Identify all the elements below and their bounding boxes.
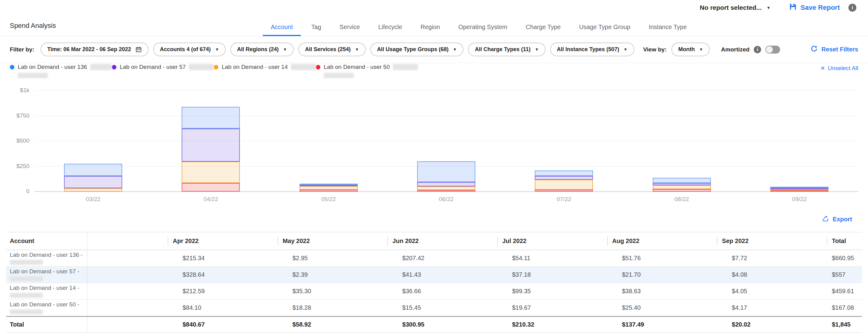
- account-name: Lab on Demand - user 57 -: [10, 268, 87, 275]
- tab-lifecycle[interactable]: Lifecycle: [370, 24, 410, 36]
- value-cell: $4.08: [717, 271, 827, 278]
- bar-segment-lab-on-demand-user-14-03-22[interactable]: [64, 188, 122, 192]
- legend-item-line: Lab on Demand - user 14: [214, 64, 316, 70]
- tab-service[interactable]: Service: [332, 24, 368, 36]
- bar-segment-lab-on-demand-user-14-08-22[interactable]: [653, 185, 711, 189]
- bar-segment-lab-on-demand-user-57-07-22[interactable]: [535, 176, 593, 180]
- value-cell: $15.45: [388, 304, 497, 311]
- table-row[interactable]: Lab on Demand - user 50 -$84.10$18.28$15…: [6, 300, 862, 316]
- table-row[interactable]: Lab on Demand - user 14 -$212.59$35.30$3…: [6, 283, 862, 300]
- unselect-all-label: Unselect All: [828, 65, 858, 72]
- bar-segment-lab-on-demand-user-136-03-22[interactable]: [64, 164, 122, 176]
- column-header-account[interactable]: Account: [6, 232, 87, 250]
- filter-pill-label: All Instance Types (507): [557, 46, 619, 53]
- column-header-may-2022[interactable]: May 2022: [278, 237, 388, 244]
- bar-segment-lab-on-demand-user-136-06-22[interactable]: [417, 161, 475, 182]
- bar-07-22: [535, 170, 593, 192]
- tab-operating-system[interactable]: Operating System: [450, 24, 515, 36]
- legend-dot-icon: [214, 65, 218, 69]
- filter-pill-label: All Charge Types (11): [475, 46, 530, 53]
- bar-segment-lab-on-demand-user-136-08-22[interactable]: [653, 178, 711, 183]
- report-selector-dropdown[interactable]: No report selected... ▼: [700, 4, 771, 11]
- reset-filters-button[interactable]: Reset Filters: [810, 45, 858, 54]
- bar-segment-lab-on-demand-user-14-06-22[interactable]: [417, 187, 475, 190]
- table-row[interactable]: Lab on Demand - user 57 -$328.64$2.39$41…: [6, 267, 862, 283]
- bar-segment-lab-on-demand-user-14-04-22[interactable]: [182, 162, 240, 183]
- bar-segment-lab-on-demand-user-57-06-22[interactable]: [417, 182, 475, 187]
- column-header-jul-2022[interactable]: Jul 2022: [497, 237, 607, 244]
- account-cell: Lab on Demand - user 57 -: [6, 267, 87, 283]
- redacted-text: [18, 73, 48, 78]
- bar-segment-lab-on-demand-user-136-04-22[interactable]: [182, 107, 240, 129]
- table-row[interactable]: Lab on Demand - user 136 -$215.34$2.95$2…: [6, 250, 862, 267]
- refresh-icon: [810, 45, 818, 54]
- export-label: Export: [833, 216, 852, 223]
- legend-item-lab-on-demand-user-50[interactable]: Lab on Demand - user 50: [316, 64, 418, 78]
- value-cell: $328.64: [168, 271, 278, 278]
- chart-legend: Lab on Demand - user 136Lab on Demand - …: [10, 64, 858, 78]
- legend-dot-icon: [112, 65, 116, 69]
- filter-pill-accounts-4[interactable]: Accounts 4 (of 674)▼: [153, 42, 226, 56]
- tab-account[interactable]: Account: [263, 24, 301, 36]
- bar-segment-lab-on-demand-user-57-04-22[interactable]: [182, 129, 240, 162]
- bar-segment-lab-on-demand-user-50-07-22[interactable]: [535, 190, 593, 192]
- page-title: Spend Analysis: [10, 22, 56, 30]
- column-header-apr-2022[interactable]: Apr 2022: [168, 237, 278, 244]
- tab-instance-type[interactable]: Instance Type: [641, 24, 695, 36]
- gridline-1000: [34, 90, 858, 91]
- legend-dot-icon: [10, 65, 14, 69]
- legend-item-lab-on-demand-user-57[interactable]: Lab on Demand - user 57: [112, 64, 214, 70]
- x-axis-tick-label: 03/22: [86, 196, 100, 203]
- save-report-button[interactable]: Save Report: [789, 3, 840, 12]
- redacted-text: [10, 309, 43, 314]
- column-header-sep-2022[interactable]: Sep 2022: [717, 237, 827, 244]
- value-cell: $459.61: [827, 288, 862, 295]
- y-axis-tick-label: $500: [10, 137, 29, 144]
- amortized-toggle[interactable]: [765, 45, 780, 54]
- report-selector-label: No report selected...: [700, 4, 762, 11]
- filter-pill-all-regions[interactable]: All Regions (24)▼: [230, 42, 294, 56]
- bar-segment-lab-on-demand-user-50-08-22[interactable]: [653, 189, 711, 192]
- filter-pill-all-usage-type-groups[interactable]: All Usage Type Groups (68)▼: [370, 42, 464, 56]
- bar-segment-lab-on-demand-user-50-05-22[interactable]: [300, 190, 358, 192]
- tab-usage-type-group[interactable]: Usage Type Group: [571, 24, 639, 36]
- value-cell: $41.43: [388, 271, 497, 278]
- column-header-jun-2022[interactable]: Jun 2022: [388, 237, 497, 244]
- bar-segment-lab-on-demand-user-50-09-22[interactable]: [770, 190, 829, 192]
- view-by-dropdown[interactable]: Month ▼: [671, 42, 710, 56]
- filter-pill-all-services[interactable]: All Services (254)▼: [298, 42, 366, 56]
- bar-segment-lab-on-demand-user-136-07-22[interactable]: [535, 170, 593, 176]
- legend-item-line: Lab on Demand - user 136: [10, 64, 112, 70]
- info-icon[interactable]: i: [848, 4, 856, 12]
- tab-tag[interactable]: Tag: [303, 24, 329, 36]
- caret-down-icon: ▼: [699, 47, 703, 52]
- spend-chart: 0$250$500$750$1k03/2204/2205/2206/2207/2…: [10, 85, 858, 208]
- tab-charge-type[interactable]: Charge Type: [518, 24, 569, 36]
- title-tabs-row: Spend Analysis AccountTagServiceLifecycl…: [0, 15, 868, 36]
- caret-down-icon: ▼: [624, 47, 627, 52]
- legend-item-lab-on-demand-user-14[interactable]: Lab on Demand - user 14: [214, 64, 316, 70]
- bar-segment-lab-on-demand-user-57-08-22[interactable]: [653, 183, 711, 185]
- filter-pill-all-charge-types[interactable]: All Charge Types (11)▼: [468, 42, 546, 56]
- legend-item-lab-on-demand-user-136[interactable]: Lab on Demand - user 136: [10, 64, 112, 78]
- filter-pill-label: All Services (254): [305, 46, 351, 53]
- caret-down-icon: ▼: [215, 47, 219, 52]
- column-header-aug-2022[interactable]: Aug 2022: [607, 237, 717, 244]
- bar-segment-lab-on-demand-user-14-05-22[interactable]: [300, 186, 358, 190]
- bar-segment-lab-on-demand-user-57-03-22[interactable]: [64, 176, 122, 188]
- bar-segment-lab-on-demand-user-50-04-22[interactable]: [182, 183, 240, 192]
- filter-pill-time[interactable]: Time: 06 Mar 2022 - 06 Sep 2022: [40, 42, 149, 56]
- bar-segment-lab-on-demand-user-50-06-22[interactable]: [417, 190, 475, 192]
- info-icon[interactable]: i: [754, 46, 761, 53]
- column-header-total[interactable]: Total: [827, 237, 862, 244]
- tab-region[interactable]: Region: [412, 24, 448, 36]
- filter-pill-all-instance-types[interactable]: All Instance Types (507)▼: [550, 42, 634, 56]
- filter-pill-label: Accounts 4 (of 674): [160, 46, 211, 53]
- total-value-cell: $137.49: [607, 321, 717, 328]
- unselect-all-button[interactable]: ✕ Unselect All: [820, 65, 858, 72]
- bar-segment-lab-on-demand-user-14-07-22[interactable]: [535, 180, 593, 190]
- table-header-row: AccountApr 2022May 2022Jun 2022Jul 2022A…: [6, 232, 862, 250]
- legend-item-label: Lab on Demand - user 57: [120, 64, 186, 70]
- export-button[interactable]: Export: [822, 215, 852, 224]
- account-cell: Lab on Demand - user 50 -: [6, 300, 87, 316]
